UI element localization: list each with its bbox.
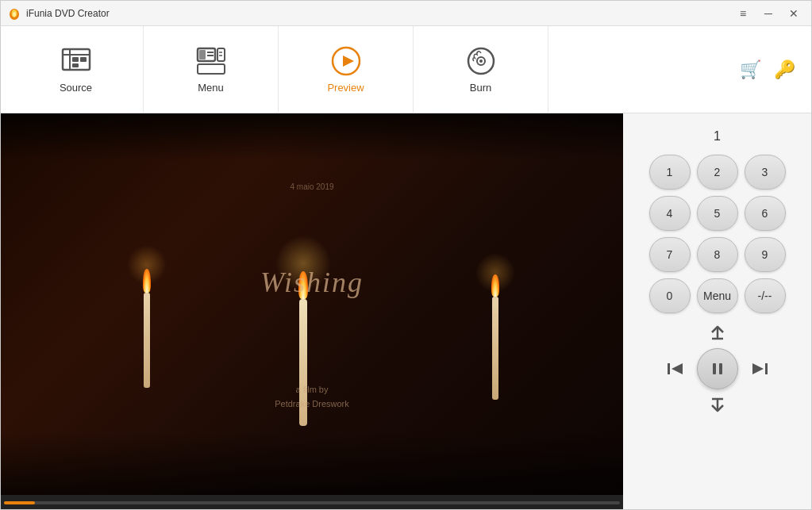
cart-button[interactable]: 🛒	[740, 59, 761, 80]
progress-bar-fill	[4, 501, 35, 504]
transport-row	[665, 348, 770, 389]
video-subtitle-overlay: a film by Petdrake Dreswork	[275, 383, 349, 411]
toolbar-actions: 🛒 🔑	[740, 59, 803, 80]
numpad: 1234567890Menu-/--	[649, 155, 786, 313]
nav-down-button[interactable]	[706, 397, 729, 413]
source-icon	[60, 45, 92, 77]
numpad-btn-0[interactable]: 0	[649, 278, 691, 313]
title-bar-controls: ≡ ─ ✕	[732, 5, 805, 22]
video-area: 4 maio 2019 Wishing a film by Petdrake D…	[1, 113, 623, 510]
video-overlay-top	[1, 113, 623, 161]
svg-marker-29	[752, 363, 764, 374]
skip-back-button[interactable]	[665, 360, 686, 378]
svg-marker-18	[343, 56, 354, 67]
svg-rect-14	[217, 48, 225, 61]
numpad-btn-7[interactable]: 7	[649, 237, 691, 272]
main-content: 4 maio 2019 Wishing a film by Petdrake D…	[1, 113, 811, 510]
nav-down-icon	[706, 397, 729, 413]
svg-rect-28	[765, 363, 768, 374]
right-panel: 1 1234567890Menu-/--	[623, 113, 811, 510]
svg-rect-27	[719, 363, 722, 374]
numpad-btn-1[interactable]: 1	[649, 155, 691, 190]
svg-rect-7	[80, 57, 87, 62]
skip-forward-button[interactable]	[749, 360, 770, 378]
svg-rect-10	[199, 50, 206, 59]
progress-bar-track[interactable]	[4, 501, 620, 504]
skip-forward-icon	[749, 360, 770, 378]
svg-rect-8	[72, 63, 79, 67]
transport-controls	[665, 324, 770, 413]
numpad-btn-8[interactable]: 8	[697, 237, 738, 272]
svg-rect-26	[713, 363, 716, 374]
key-button[interactable]: 🔑	[774, 59, 795, 80]
numpad-btn-----[interactable]: -/--	[745, 278, 786, 313]
candle-right	[492, 297, 498, 400]
toolbar-item-preview[interactable]: Preview	[279, 26, 414, 113]
minimize-button[interactable]: ─	[757, 5, 779, 22]
source-label: Source	[60, 82, 92, 94]
chapter-display: 1	[714, 129, 721, 144]
progress-bar-container[interactable]	[1, 495, 623, 510]
toolbar-item-menu[interactable]: Menu	[144, 26, 279, 113]
pause-icon	[709, 360, 726, 378]
toolbar: Source Menu Preview Burn	[1, 26, 811, 113]
candle-left	[144, 293, 150, 388]
numpad-btn-5[interactable]: 5	[697, 196, 738, 231]
nav-up-icon	[706, 324, 729, 340]
nav-up-button[interactable]	[706, 324, 729, 340]
svg-marker-25	[672, 363, 683, 374]
svg-point-21	[479, 59, 483, 63]
preview-label: Preview	[327, 82, 364, 94]
title-bar-left: iFunia DVD Creator	[7, 6, 110, 21]
video-date-overlay: 4 maio 2019	[290, 182, 333, 191]
close-button[interactable]: ✕	[783, 5, 805, 22]
video-player[interactable]: 4 maio 2019 Wishing a film by Petdrake D…	[1, 113, 623, 495]
svg-point-2	[13, 12, 16, 17]
menu-button[interactable]: ≡	[732, 5, 754, 22]
menu-nav-label: Menu	[198, 82, 224, 94]
skip-back-icon	[665, 360, 686, 378]
video-overlay-bottom	[1, 431, 623, 495]
video-title-overlay: Wishing	[260, 266, 364, 299]
menu-nav-icon	[195, 45, 227, 77]
video-frame: 4 maio 2019 Wishing a film by Petdrake D…	[1, 113, 623, 495]
candle-scene: 4 maio 2019 Wishing a film by Petdrake D…	[1, 113, 623, 495]
svg-rect-6	[72, 57, 79, 62]
app-title: iFunia DVD Creator	[26, 8, 110, 19]
preview-icon	[330, 45, 362, 77]
play-pause-button[interactable]	[697, 348, 738, 389]
numpad-btn-2[interactable]: 2	[697, 155, 738, 190]
app-icon	[7, 6, 21, 21]
numpad-btn-3[interactable]: 3	[745, 155, 786, 190]
burn-label: Burn	[470, 82, 491, 94]
burn-icon	[465, 45, 497, 77]
svg-rect-13	[198, 64, 225, 74]
numpad-btn-9[interactable]: 9	[745, 237, 786, 272]
title-bar: iFunia DVD Creator ≡ ─ ✕	[1, 1, 811, 26]
numpad-btn-Menu[interactable]: Menu	[697, 278, 738, 313]
svg-rect-24	[668, 363, 670, 374]
numpad-btn-4[interactable]: 4	[649, 196, 691, 231]
numpad-btn-6[interactable]: 6	[745, 196, 786, 231]
toolbar-item-source[interactable]: Source	[9, 26, 144, 113]
toolbar-item-burn[interactable]: Burn	[414, 26, 548, 113]
